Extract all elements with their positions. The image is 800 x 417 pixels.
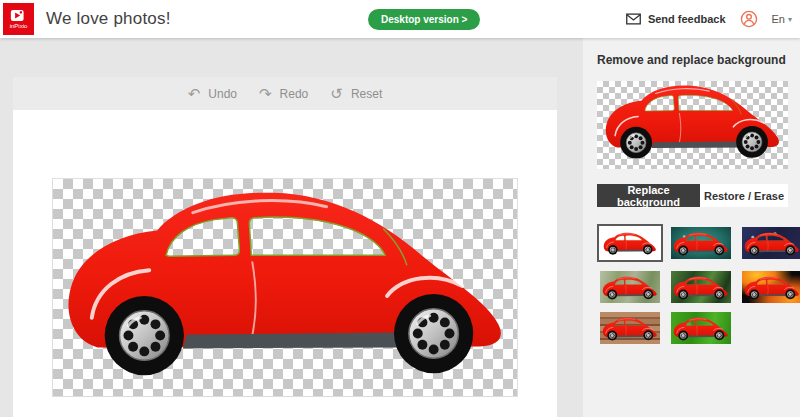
background-thumbnail-transparent[interactable]: [597, 224, 663, 262]
thumbnail-car-image: [672, 231, 730, 258]
app-window: inPixio We love photos! Desktop version …: [0, 0, 800, 417]
redo-icon: ↷: [259, 86, 272, 101]
language-selector[interactable]: En ▾: [772, 13, 792, 25]
background-thumbnail-brown-brick[interactable]: [600, 312, 660, 344]
background-thumbnail-dark-jungle[interactable]: [671, 271, 731, 303]
mode-switch: Replace background Restore / Erase: [597, 184, 788, 207]
result-preview: [597, 81, 788, 169]
send-feedback-link[interactable]: Send feedback: [626, 13, 726, 25]
thumbnail-car-image: [672, 275, 730, 302]
thumbnail-car-image: [601, 275, 659, 302]
language-label: En: [772, 13, 785, 25]
panel-heading: Remove and replace background: [597, 53, 800, 67]
background-thumbnail-teal-water[interactable]: [671, 227, 731, 259]
chevron-down-icon: ▾: [788, 15, 792, 24]
thumbnail-texture: [671, 227, 731, 259]
redo-label: Redo: [280, 87, 309, 101]
thumbnail-texture: [671, 271, 731, 303]
background-thumbnail-night-sky[interactable]: [742, 227, 800, 259]
thumbnail-car-image: [743, 275, 800, 302]
app-header: inPixio We love photos! Desktop version …: [0, 0, 800, 38]
undo-label: Undo: [208, 87, 237, 101]
redo-button[interactable]: ↷ Redo: [251, 82, 316, 105]
background-thumbnail-fire[interactable]: [742, 271, 800, 303]
thumbnail-texture: [742, 227, 800, 259]
person-icon: [740, 10, 758, 28]
restore-erase-tab[interactable]: Restore / Erase: [700, 184, 788, 207]
desktop-version-button[interactable]: Desktop version >: [368, 9, 480, 30]
background-thumbnails: [597, 224, 797, 344]
thumbnail-texture: [742, 271, 800, 303]
send-feedback-label: Send feedback: [648, 13, 726, 25]
reset-icon: ↺: [330, 86, 343, 101]
editor-toolbar: ↶ Undo ↷ Redo ↺ Reset: [13, 77, 557, 110]
reset-label: Reset: [351, 87, 382, 101]
envelope-icon: [626, 13, 641, 25]
side-panel: Remove and replace background Replace ba…: [583, 38, 800, 417]
thumbnail-car-image: [601, 316, 659, 343]
background-thumbnail-light-ferns[interactable]: [600, 271, 660, 303]
inpixio-logo[interactable]: inPixio: [3, 3, 34, 35]
thumbnail-texture: [671, 312, 731, 344]
background-thumbnail-green-grass[interactable]: [671, 312, 731, 344]
canvas-image-red-car[interactable]: [52, 178, 518, 397]
thumbnail-car-image: [602, 231, 658, 257]
thumbnail-texture: [600, 312, 660, 344]
red-beetle-car-image: [53, 179, 517, 396]
thumbnail-texture: [601, 228, 659, 258]
thumbnail-car-image: [672, 316, 730, 343]
thumbnail-texture: [600, 271, 660, 303]
undo-button[interactable]: ↶ Undo: [180, 82, 245, 105]
preview-car-image: [600, 81, 785, 167]
undo-icon: ↶: [188, 86, 201, 101]
page-title: We love photos!: [46, 9, 171, 29]
reset-button[interactable]: ↺ Reset: [322, 82, 390, 105]
header-right: Send feedback En ▾: [626, 0, 792, 38]
replace-background-tab[interactable]: Replace background: [597, 184, 700, 207]
account-button[interactable]: [740, 10, 758, 28]
play-logo-icon: [10, 8, 27, 23]
editor-card: ↶ Undo ↷ Redo ↺ Reset: [13, 77, 557, 417]
editor-canvas: [13, 110, 557, 417]
logo-text: inPixio: [10, 23, 28, 30]
thumbnail-car-image: [743, 231, 800, 258]
